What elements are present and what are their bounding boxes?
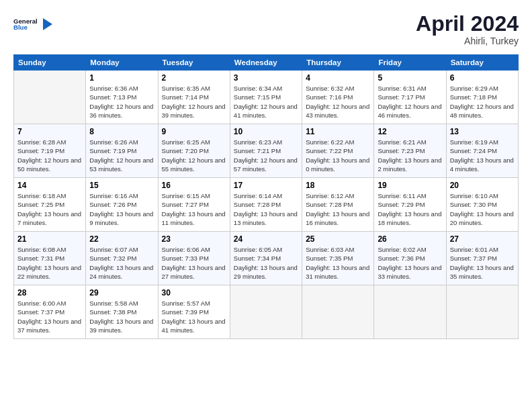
calendar-cell: 25 Sunrise: 6:03 AM Sunset: 7:35 PM Dayl… xyxy=(302,232,374,285)
cell-info: Sunrise: 6:36 AM Sunset: 7:13 PM Dayligh… xyxy=(89,84,154,120)
calendar-cell: 7 Sunrise: 6:28 AM Sunset: 7:19 PM Dayli… xyxy=(14,124,86,178)
calendar-cell: 27 Sunrise: 6:01 AM Sunset: 7:37 PM Dayl… xyxy=(446,232,518,285)
daylight-text: Daylight: 13 hours and 24 minutes. xyxy=(89,263,154,281)
location: Ahirli, Turkey xyxy=(416,36,519,46)
calendar-cell: 23 Sunrise: 6:06 AM Sunset: 7:33 PM Dayl… xyxy=(158,232,230,285)
calendar-cell: 9 Sunrise: 6:25 AM Sunset: 7:20 PM Dayli… xyxy=(158,124,230,178)
calendar-cell: 12 Sunrise: 6:21 AM Sunset: 7:23 PM Dayl… xyxy=(374,124,446,178)
cell-info: Sunrise: 6:32 AM Sunset: 7:16 PM Dayligh… xyxy=(306,84,370,120)
day-number: 18 xyxy=(306,181,370,190)
sunrise-text: Sunrise: 6:28 AM xyxy=(17,138,82,146)
calendar-cell: 20 Sunrise: 6:10 AM Sunset: 7:30 PM Dayl… xyxy=(446,178,518,232)
cell-info: Sunrise: 6:25 AM Sunset: 7:20 PM Dayligh… xyxy=(162,138,226,173)
col-sunday: Sunday xyxy=(14,55,86,71)
daylight-text: Daylight: 13 hours and 31 minutes. xyxy=(306,263,370,281)
daylight-text: Daylight: 13 hours and 18 minutes. xyxy=(378,210,442,228)
sunset-text: Sunset: 7:34 PM xyxy=(234,254,298,263)
day-number: 23 xyxy=(162,234,226,244)
day-number: 19 xyxy=(378,181,442,190)
day-number: 15 xyxy=(89,181,154,190)
sunset-text: Sunset: 7:28 PM xyxy=(234,200,298,209)
daylight-text: Daylight: 12 hours and 48 minutes. xyxy=(450,102,515,120)
sunset-text: Sunset: 7:38 PM xyxy=(89,308,154,316)
daylight-text: Daylight: 13 hours and 33 minutes. xyxy=(378,263,442,281)
daylight-text: Daylight: 13 hours and 37 minutes. xyxy=(17,317,82,335)
calendar-cell: 18 Sunrise: 6:12 AM Sunset: 7:28 PM Dayl… xyxy=(302,178,374,232)
sunset-text: Sunset: 7:33 PM xyxy=(162,254,226,263)
calendar-cell: 1 Sunrise: 6:36 AM Sunset: 7:13 PM Dayli… xyxy=(86,71,158,124)
sunset-text: Sunset: 7:19 PM xyxy=(17,146,82,155)
calendar-cell: 13 Sunrise: 6:19 AM Sunset: 7:24 PM Dayl… xyxy=(446,124,518,178)
sunrise-text: Sunrise: 6:22 AM xyxy=(306,138,370,146)
sunset-text: Sunset: 7:22 PM xyxy=(306,146,370,155)
daylight-text: Daylight: 13 hours and 0 minutes. xyxy=(306,156,370,174)
sunset-text: Sunset: 7:35 PM xyxy=(306,254,370,263)
col-saturday: Saturday xyxy=(446,55,518,71)
sunrise-text: Sunrise: 6:08 AM xyxy=(17,245,82,254)
daylight-text: Daylight: 12 hours and 36 minutes. xyxy=(89,102,154,120)
calendar-cell: 21 Sunrise: 6:08 AM Sunset: 7:31 PM Dayl… xyxy=(14,232,86,285)
day-number: 8 xyxy=(89,127,154,136)
calendar-week-1: 1 Sunrise: 6:36 AM Sunset: 7:13 PM Dayli… xyxy=(14,71,519,124)
sunrise-text: Sunrise: 6:19 AM xyxy=(450,138,515,146)
page: General Blue April 2024 Ahirli, Turkey S… xyxy=(0,0,532,346)
cell-info: Sunrise: 6:07 AM Sunset: 7:32 PM Dayligh… xyxy=(89,245,154,281)
cell-info: Sunrise: 6:05 AM Sunset: 7:34 PM Dayligh… xyxy=(234,245,298,281)
sunrise-text: Sunrise: 6:29 AM xyxy=(450,84,515,93)
cell-info: Sunrise: 6:35 AM Sunset: 7:14 PM Dayligh… xyxy=(162,84,226,120)
day-number: 9 xyxy=(162,127,226,136)
daylight-text: Daylight: 13 hours and 27 minutes. xyxy=(162,263,226,281)
calendar-week-5: 28 Sunrise: 6:00 AM Sunset: 7:37 PM Dayl… xyxy=(14,285,519,339)
calendar-cell: 19 Sunrise: 6:11 AM Sunset: 7:29 PM Dayl… xyxy=(374,178,446,232)
calendar-week-4: 21 Sunrise: 6:08 AM Sunset: 7:31 PM Dayl… xyxy=(14,232,519,285)
sunset-text: Sunset: 7:39 PM xyxy=(162,308,226,316)
daylight-text: Daylight: 13 hours and 11 minutes. xyxy=(162,210,226,228)
day-number: 16 xyxy=(162,181,226,190)
sunrise-text: Sunrise: 6:34 AM xyxy=(234,84,298,93)
sunrise-text: Sunrise: 6:10 AM xyxy=(450,191,515,200)
daylight-text: Daylight: 13 hours and 22 minutes. xyxy=(17,263,82,281)
sunrise-text: Sunrise: 6:23 AM xyxy=(234,138,298,146)
calendar-cell: 4 Sunrise: 6:32 AM Sunset: 7:16 PM Dayli… xyxy=(302,71,374,124)
sunrise-text: Sunrise: 6:07 AM xyxy=(89,245,154,254)
sunset-text: Sunset: 7:26 PM xyxy=(89,200,154,209)
daylight-text: Daylight: 12 hours and 50 minutes. xyxy=(17,156,82,174)
sunset-text: Sunset: 7:28 PM xyxy=(306,200,370,209)
day-number: 27 xyxy=(450,234,515,244)
cell-info: Sunrise: 6:21 AM Sunset: 7:23 PM Dayligh… xyxy=(378,138,442,173)
col-thursday: Thursday xyxy=(302,55,374,71)
daylight-text: Daylight: 12 hours and 46 minutes. xyxy=(378,102,442,120)
calendar-cell: 22 Sunrise: 6:07 AM Sunset: 7:32 PM Dayl… xyxy=(86,232,158,285)
calendar-cell: 30 Sunrise: 5:57 AM Sunset: 7:39 PM Dayl… xyxy=(158,285,230,339)
col-monday: Monday xyxy=(86,55,158,71)
cell-info: Sunrise: 5:58 AM Sunset: 7:38 PM Dayligh… xyxy=(89,299,154,334)
day-number: 22 xyxy=(89,234,154,244)
header-row: Sunday Monday Tuesday Wednesday Thursday… xyxy=(14,55,519,71)
cell-info: Sunrise: 6:11 AM Sunset: 7:29 PM Dayligh… xyxy=(378,191,442,227)
sunset-text: Sunset: 7:15 PM xyxy=(234,93,298,101)
cell-info: Sunrise: 6:14 AM Sunset: 7:28 PM Dayligh… xyxy=(234,191,298,227)
calendar-cell: 29 Sunrise: 5:58 AM Sunset: 7:38 PM Dayl… xyxy=(86,285,158,339)
sunrise-text: Sunrise: 6:03 AM xyxy=(306,245,370,254)
sunrise-text: Sunrise: 5:57 AM xyxy=(162,299,226,308)
calendar-cell: 2 Sunrise: 6:35 AM Sunset: 7:14 PM Dayli… xyxy=(158,71,230,124)
day-number: 24 xyxy=(234,234,298,244)
sunset-text: Sunset: 7:17 PM xyxy=(378,93,442,101)
sunrise-text: Sunrise: 6:21 AM xyxy=(378,138,442,146)
sunrise-text: Sunrise: 6:15 AM xyxy=(162,191,226,200)
calendar-table: Sunday Monday Tuesday Wednesday Thursday… xyxy=(13,54,519,339)
daylight-text: Daylight: 13 hours and 41 minutes. xyxy=(162,317,226,335)
calendar-cell: 17 Sunrise: 6:14 AM Sunset: 7:28 PM Dayl… xyxy=(230,178,302,232)
sunset-text: Sunset: 7:18 PM xyxy=(450,93,515,101)
day-number: 6 xyxy=(450,73,515,83)
daylight-text: Daylight: 13 hours and 29 minutes. xyxy=(234,263,298,281)
sunset-text: Sunset: 7:31 PM xyxy=(17,254,82,263)
daylight-text: Daylight: 13 hours and 7 minutes. xyxy=(17,210,82,228)
daylight-text: Daylight: 13 hours and 9 minutes. xyxy=(89,210,154,228)
cell-info: Sunrise: 6:34 AM Sunset: 7:15 PM Dayligh… xyxy=(234,84,298,120)
day-number: 11 xyxy=(306,127,370,136)
cell-info: Sunrise: 6:23 AM Sunset: 7:21 PM Dayligh… xyxy=(234,138,298,173)
sunset-text: Sunset: 7:37 PM xyxy=(17,308,82,316)
cell-info: Sunrise: 6:08 AM Sunset: 7:31 PM Dayligh… xyxy=(17,245,82,281)
daylight-text: Daylight: 12 hours and 55 minutes. xyxy=(162,156,226,174)
